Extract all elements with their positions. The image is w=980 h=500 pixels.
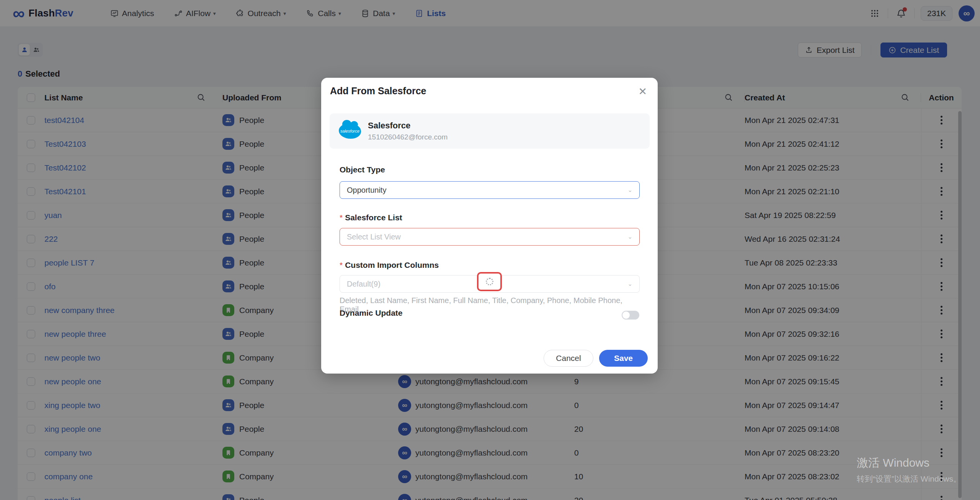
salesforce-list-label: *Salesforce List: [340, 213, 402, 222]
salesforce-account-email: 1510260462@force.com: [368, 133, 448, 141]
required-asterisk: *: [340, 261, 343, 269]
salesforce-account-name: Salesforce: [368, 121, 448, 131]
salesforce-list-placeholder: Select List View: [347, 233, 401, 241]
salesforce-account-card: salesforce Salesforce 1510260462@force.c…: [330, 113, 650, 149]
save-button[interactable]: Save: [599, 350, 648, 367]
toggle-knob: [622, 311, 630, 319]
chevron-down-icon: ⌄: [627, 280, 632, 287]
salesforce-logo: salesforce: [339, 123, 361, 139]
modal-title: Add From Salesforce: [330, 85, 426, 97]
add-from-salesforce-modal: Add From Salesforce ✕ salesforce Salesfo…: [321, 78, 658, 374]
close-icon[interactable]: ✕: [638, 85, 647, 98]
dynamic-update-label: Dynamic Update: [340, 308, 403, 318]
custom-import-columns-placeholder: Default(9): [347, 280, 381, 289]
object-type-value: Opportunity: [347, 186, 386, 195]
salesforce-list-select[interactable]: Select List View ⌄: [340, 228, 640, 246]
object-type-label: Object Type: [340, 165, 385, 174]
loading-highlight-box: [477, 272, 502, 291]
required-asterisk: *: [340, 213, 343, 222]
dynamic-update-toggle[interactable]: [622, 311, 639, 320]
chevron-down-icon: ⌄: [627, 233, 632, 240]
loading-spinner-icon: [486, 278, 493, 285]
object-type-select[interactable]: Opportunity ⌄: [340, 181, 640, 199]
chevron-down-icon: ⌄: [627, 187, 632, 193]
custom-import-columns-label: *Custom Import Columns: [340, 261, 439, 270]
cancel-button[interactable]: Cancel: [544, 350, 593, 367]
